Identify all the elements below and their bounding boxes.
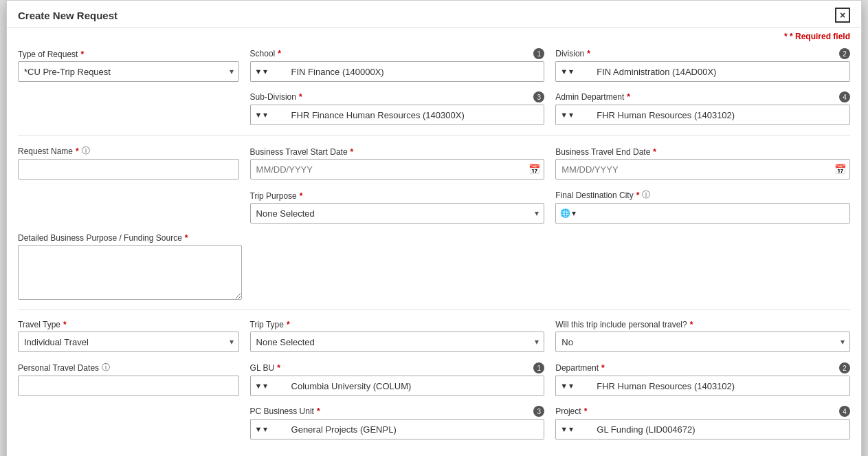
admin-dept-filter-button[interactable]: ▼ ▾ <box>555 105 591 125</box>
gl-bu-input[interactable] <box>286 376 545 396</box>
school-input[interactable] <box>286 61 545 82</box>
form-row-5: Detailed Business Purpose / Funding Sour… <box>18 233 850 300</box>
filter-icon-div: ▼ <box>560 67 568 76</box>
destination-city-group: Final Destination City * ⓘ 🌐 ▾ <box>555 189 850 224</box>
modal-title: Create New Request <box>18 10 118 21</box>
form-row-6: Travel Type * Individual Travel Trip Typ… <box>18 320 850 352</box>
type-of-request-select[interactable]: *CU Pre-Trip Request <box>18 61 239 82</box>
divider-1 <box>18 135 850 135</box>
subdivision-label: Sub-Division * 3 <box>250 91 545 102</box>
form-row-7: Personal Travel Dates ⓘ GL BU * 1 ▼ <box>18 362 850 396</box>
pc-bu-group: PC Business Unit * 3 ▼ ▾ <box>250 406 545 439</box>
subdivision-group: Sub-Division * 3 ▼ ▾ <box>250 91 545 125</box>
admin-dept-label: Admin Department * 4 <box>555 91 850 102</box>
filter-icon-sub: ▼ <box>255 111 263 119</box>
filter-icon: ▼ <box>255 67 263 76</box>
department-input[interactable] <box>591 376 850 396</box>
travel-end-group: Business Travel End Date * 📅 <box>555 147 850 180</box>
admin-dept-filter-group: ▼ ▾ <box>555 105 850 125</box>
filter-icon-dept: ▼ <box>560 382 568 390</box>
type-of-request-group: Type of Request * *CU Pre-Trip Request <box>18 50 239 82</box>
gl-bu-label: GL BU * 1 <box>250 362 545 373</box>
school-group: School * 1 ▼ ▾ <box>250 48 545 82</box>
department-group: Department * 2 ▼ ▾ <box>555 362 850 396</box>
close-button[interactable]: × <box>835 8 850 23</box>
pc-bu-label: PC Business Unit * 3 <box>250 406 545 417</box>
travel-type-select-wrapper: Individual Travel <box>18 332 239 352</box>
personal-travel-select[interactable]: No <box>555 332 850 352</box>
pc-bu-filter-button[interactable]: ▼ ▾ <box>250 419 286 439</box>
detailed-purpose-label: Detailed Business Purpose / Funding Sour… <box>18 233 242 243</box>
division-filter-group: ▼ ▾ <box>555 61 850 82</box>
filter-icon-pcbu: ▼ <box>255 425 263 433</box>
project-label: Project * 4 <box>555 406 850 417</box>
personal-travel-dates-label: Personal Travel Dates ⓘ <box>18 362 239 373</box>
personal-dates-help-icon[interactable]: ⓘ <box>102 362 110 373</box>
trip-type-label: Trip Type * <box>250 320 545 329</box>
gl-bu-filter-group: ▼ ▾ <box>250 376 545 396</box>
division-group: Division * 2 ▼ ▾ <box>555 48 850 82</box>
division-input[interactable] <box>591 61 850 82</box>
travel-type-group: Travel Type * Individual Travel <box>18 320 239 352</box>
pc-bu-input[interactable] <box>286 419 545 439</box>
divider-2 <box>18 310 850 310</box>
required-note: * * Required field <box>18 32 850 41</box>
department-filter-button[interactable]: ▼ ▾ <box>555 376 591 396</box>
personal-travel-dates-input[interactable] <box>18 376 239 396</box>
gl-bu-filter-button[interactable]: ▼ ▾ <box>250 376 286 396</box>
filter-icon-admin: ▼ <box>560 111 568 119</box>
destination-city-help-icon[interactable]: ⓘ <box>642 189 650 201</box>
globe-button[interactable]: 🌐 ▾ <box>555 203 591 224</box>
destination-city-label: Final Destination City * ⓘ <box>555 189 850 201</box>
travel-start-date-wrapper: 📅 <box>250 159 545 180</box>
personal-travel-select-wrapper: No <box>555 332 850 352</box>
trip-type-group: Trip Type * None Selected <box>250 320 545 352</box>
gl-bu-group: GL BU * 1 ▼ ▾ <box>250 362 545 396</box>
project-filter-button[interactable]: ▼ ▾ <box>555 419 591 439</box>
detailed-purpose-textarea[interactable] <box>18 245 242 300</box>
globe-icon: 🌐 <box>560 208 570 218</box>
school-label: School * 1 <box>250 48 545 59</box>
personal-travel-label: Will this trip include personal travel? … <box>555 320 850 329</box>
pc-bu-filter-group: ▼ ▾ <box>250 419 545 439</box>
school-filter-button[interactable]: ▼ ▾ <box>250 61 286 82</box>
project-filter-group: ▼ ▾ <box>555 419 850 439</box>
travel-start-group: Business Travel Start Date * 📅 <box>250 147 545 180</box>
travel-start-input[interactable] <box>250 159 545 180</box>
travel-start-label: Business Travel Start Date * <box>250 147 545 157</box>
department-filter-group: ▼ ▾ <box>555 376 850 396</box>
personal-travel-group: Will this trip include personal travel? … <box>555 320 850 352</box>
travel-type-select[interactable]: Individual Travel <box>18 332 239 352</box>
city-input[interactable] <box>591 203 850 224</box>
division-label: Division * 2 <box>555 48 850 59</box>
request-name-label: Request Name * ⓘ <box>18 145 239 157</box>
project-input[interactable] <box>591 419 850 439</box>
request-name-group: Request Name * ⓘ <box>18 145 239 180</box>
form-row-4: Trip Purpose * None Selected Final Desti… <box>18 189 850 224</box>
trip-purpose-select-wrapper: None Selected <box>250 203 545 224</box>
trip-purpose-label: Trip Purpose * <box>250 191 545 201</box>
department-label: Department * 2 <box>555 362 850 373</box>
request-name-help-icon[interactable]: ⓘ <box>82 145 90 157</box>
request-name-input[interactable] <box>18 159 239 180</box>
school-filter-group: ▼ ▾ <box>250 61 545 82</box>
destination-city-globe-group: 🌐 ▾ <box>555 203 850 224</box>
travel-type-label: Travel Type * <box>18 320 239 329</box>
subdivision-filter-button[interactable]: ▼ ▾ <box>250 105 286 125</box>
trip-purpose-group: Trip Purpose * None Selected <box>250 191 545 224</box>
form-row-2: Sub-Division * 3 ▼ ▾ Admi <box>18 91 850 125</box>
modal-body: * * Required field Type of Request * *CU… <box>7 28 861 456</box>
trip-type-select[interactable]: None Selected <box>250 332 545 352</box>
admin-dept-input[interactable] <box>591 105 850 125</box>
trip-purpose-select[interactable]: None Selected <box>250 203 545 224</box>
subdivision-filter-group: ▼ ▾ <box>250 105 545 125</box>
type-of-request-select-wrapper: *CU Pre-Trip Request <box>18 61 239 82</box>
form-row-8: PC Business Unit * 3 ▼ ▾ <box>18 406 850 439</box>
travel-end-label: Business Travel End Date * <box>555 147 850 157</box>
subdivision-input[interactable] <box>286 105 545 125</box>
travel-end-input[interactable] <box>555 159 850 180</box>
filter-icon-proj: ▼ <box>560 425 568 433</box>
division-filter-button[interactable]: ▼ ▾ <box>555 61 591 82</box>
type-of-request-label: Type of Request * <box>18 50 239 59</box>
trip-type-select-wrapper: None Selected <box>250 332 545 352</box>
